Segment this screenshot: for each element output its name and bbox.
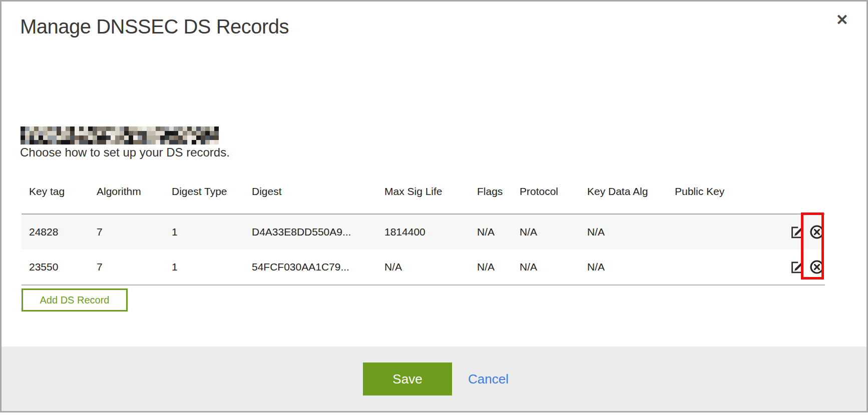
delete-record-icon[interactable] (809, 259, 825, 275)
cell-public-key (675, 250, 762, 285)
instruction-text: Choose how to set up your DS records. (20, 146, 230, 160)
cell-public-key (675, 214, 762, 250)
manage-dnssec-modal: Manage DNSSEC DS Records ✕ Choose how to… (0, 0, 868, 412)
col-header-key-data-alg: Key Data Alg (587, 182, 675, 214)
cell-protocol: N/A (520, 250, 587, 285)
cell-key-tag: 23550 (22, 250, 97, 285)
col-header-digest-type: Digest Type (172, 182, 252, 214)
table-header-row: Key tag Algorithm Digest Type Digest Max… (22, 182, 825, 214)
add-ds-record-button[interactable]: Add DS Record (22, 288, 128, 312)
save-button[interactable]: Save (363, 362, 452, 396)
row-actions (762, 250, 825, 285)
edit-record-icon[interactable] (790, 224, 805, 240)
cell-key-data-alg: N/A (587, 250, 675, 285)
delete-record-icon[interactable] (809, 224, 825, 240)
col-header-digest: Digest (252, 182, 384, 214)
cell-digest: D4A33E8DD550A9... (252, 214, 384, 250)
cell-digest: 54FCF030AA1C79... (252, 250, 384, 285)
col-header-protocol: Protocol (520, 182, 587, 214)
cell-key-tag: 24828 (22, 214, 97, 250)
col-header-actions (762, 182, 825, 214)
cell-key-data-alg: N/A (587, 214, 675, 250)
redacted-domain (21, 126, 219, 144)
col-header-public-key: Public Key (675, 182, 762, 214)
col-header-flags: Flags (477, 182, 520, 214)
cell-digest-type: 1 (172, 250, 252, 285)
cell-flags: N/A (477, 214, 520, 250)
cell-digest-type: 1 (172, 214, 252, 250)
cell-max-sig-life: N/A (384, 250, 477, 285)
cell-protocol: N/A (520, 214, 587, 250)
col-header-max-sig-life: Max Sig Life (384, 182, 477, 214)
cell-algorithm: 7 (97, 214, 172, 250)
cell-algorithm: 7 (97, 250, 172, 285)
table-row: 24828 7 1 D4A33E8DD550A9... 1814400 N/A … (22, 214, 825, 250)
close-icon[interactable]: ✕ (836, 12, 848, 28)
ds-records-table: Key tag Algorithm Digest Type Digest Max… (22, 182, 825, 286)
row-actions (762, 214, 825, 250)
cancel-link[interactable]: Cancel (468, 362, 509, 396)
page-title: Manage DNSSEC DS Records (20, 16, 289, 38)
table-row: 23550 7 1 54FCF030AA1C79... N/A N/A N/A … (22, 250, 825, 285)
edit-record-icon[interactable] (790, 260, 805, 274)
cell-max-sig-life: 1814400 (384, 214, 477, 250)
cell-flags: N/A (477, 250, 520, 285)
col-header-algorithm: Algorithm (97, 182, 172, 214)
col-header-key-tag: Key tag (22, 182, 97, 214)
modal-footer: Save Cancel (2, 346, 866, 411)
